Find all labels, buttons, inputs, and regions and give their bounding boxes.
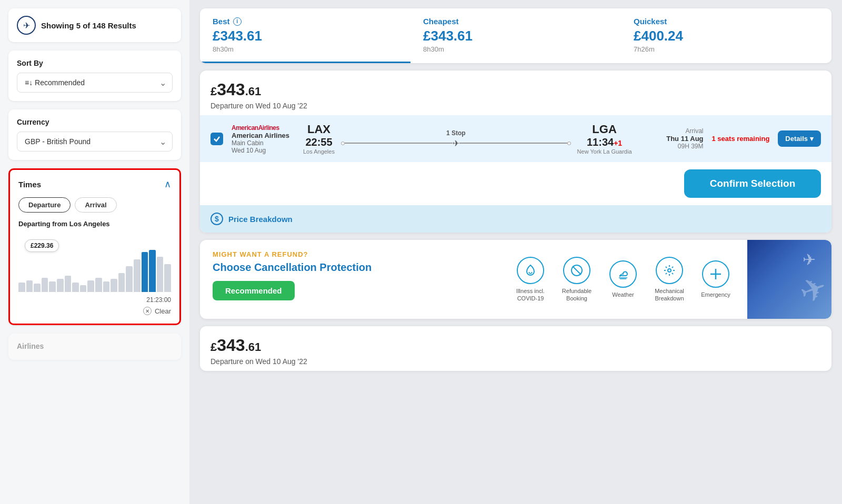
mechanical-icon bbox=[656, 257, 683, 284]
bar-item-0 bbox=[18, 283, 25, 292]
bar-item-10 bbox=[95, 278, 102, 292]
stop-label: 1 Stop bbox=[446, 129, 466, 137]
currency-select[interactable]: GBP - British Pound USD - US Dollar EUR … bbox=[17, 132, 173, 152]
svg-point-2 bbox=[668, 269, 671, 272]
origin: LAX 22:55 Los Angeles bbox=[303, 123, 335, 155]
route-line-graphic: ✈ bbox=[341, 138, 571, 148]
plane-silhouette-icon: ✈ bbox=[795, 268, 831, 312]
price-2-decimal: .61 bbox=[245, 340, 262, 354]
airline-logo-text: AmericanAirlines bbox=[232, 124, 295, 132]
route-line-segment bbox=[345, 143, 453, 144]
tab-cheapest[interactable]: Cheapest £343.61 8h30m bbox=[410, 8, 621, 63]
time-range-display: 21:23:00 bbox=[18, 296, 171, 304]
tab-best-duration: 8h30m bbox=[213, 45, 398, 53]
tab-departure[interactable]: Departure bbox=[18, 197, 71, 213]
arrival-section: Arrival Thu 11 Aug 09H 39M bbox=[640, 127, 704, 150]
bar-item-8 bbox=[80, 285, 87, 292]
cancel-icon-refundable[interactable]: Refundable Booking bbox=[556, 257, 598, 303]
illness-icon bbox=[517, 257, 544, 284]
airline-cabin: Main Cabin bbox=[232, 139, 295, 147]
tab-best[interactable]: Best i £343.61 8h30m bbox=[200, 8, 410, 63]
price-currency: £ bbox=[210, 85, 217, 98]
times-collapse-icon[interactable]: ∧ bbox=[164, 178, 171, 190]
flight-2-date: Departure on Wed 10 Aug '22 bbox=[210, 357, 821, 366]
svg-line-1 bbox=[573, 266, 581, 275]
price-decimal: .61 bbox=[245, 85, 262, 98]
price-breakdown-row[interactable]: $ Price Breakdown bbox=[200, 205, 831, 233]
refundable-label: Refundable Booking bbox=[556, 287, 598, 303]
clear-button[interactable]: ✕ Clear bbox=[18, 307, 171, 315]
details-button[interactable]: Details ▾ bbox=[778, 130, 821, 147]
price-breakdown-label: Price Breakdown bbox=[228, 215, 293, 224]
dest-code: LGA bbox=[577, 123, 632, 136]
route-line: 1 Stop ✈ bbox=[341, 129, 571, 148]
illness-label: Illness incl. COVID-19 bbox=[509, 287, 552, 303]
emergency-label: Emergency bbox=[701, 291, 730, 298]
tab-arrival[interactable]: Arrival bbox=[75, 197, 116, 213]
tab-cheapest-duration: 8h30m bbox=[423, 45, 608, 53]
seats-remaining: 1 seats remaining bbox=[712, 135, 770, 143]
origin-dot bbox=[341, 142, 345, 145]
bar-item-7 bbox=[72, 283, 79, 292]
cancel-icon-illness[interactable]: Illness incl. COVID-19 bbox=[509, 257, 552, 303]
bar-item-13 bbox=[118, 273, 125, 292]
sort-by-select[interactable]: ≡↓ Recommended Price (Low to High) Durat… bbox=[17, 73, 173, 93]
tab-quickest-price: £400.24 bbox=[634, 28, 819, 44]
cancel-icon-mechanical[interactable]: Mechanical Breakdown bbox=[648, 257, 690, 303]
main-content: Best i £343.61 8h30m Cheapest £343.61 8h… bbox=[189, 0, 842, 504]
tab-best-price: £343.61 bbox=[213, 28, 398, 44]
origin-city: Los Angeles bbox=[303, 148, 335, 155]
bar-item-14 bbox=[126, 266, 133, 292]
details-chevron-icon: ▾ bbox=[810, 135, 814, 143]
dest-plus: +1 bbox=[614, 139, 622, 147]
times-header: Times ∧ bbox=[18, 178, 171, 190]
sort-by-label: Sort By bbox=[17, 59, 173, 67]
confirm-selection-button[interactable]: Confirm Selection bbox=[684, 169, 821, 198]
departing-from-label: Departing from Los Angeles bbox=[18, 220, 171, 228]
dest-dot bbox=[567, 142, 571, 145]
bar-item-3 bbox=[42, 278, 48, 292]
airline-name: American Airlines bbox=[232, 132, 295, 139]
bar-item-1 bbox=[26, 280, 33, 292]
price-2-main: 343 bbox=[217, 336, 245, 355]
bar-item-16 bbox=[142, 252, 148, 292]
arrival-label: Arrival bbox=[640, 127, 704, 135]
flight-card-1: £343.61 Departure on Wed 10 Aug '22 Amer… bbox=[200, 70, 831, 233]
times-section: Times ∧ Departure Arrival Departing from… bbox=[8, 168, 181, 325]
flight-card-header: £343.61 Departure on Wed 10 Aug '22 bbox=[200, 70, 831, 115]
currency-label: Currency bbox=[17, 118, 173, 126]
dest-time: 11:34+1 bbox=[577, 136, 632, 148]
flight-route-row: AmericanAirlines American Airlines Main … bbox=[200, 115, 831, 162]
origin-code: LAX bbox=[303, 123, 335, 136]
cancellation-icons: Illness incl. COVID-19 Refundable Bookin… bbox=[499, 240, 747, 319]
dest-city: New York La Guardia bbox=[577, 148, 632, 155]
cancel-icon-weather[interactable]: Weather bbox=[602, 260, 644, 298]
flight-card-2-header: £343.61 Departure on Wed 10 Aug '22 bbox=[200, 326, 831, 371]
cancellation-image: ✈ ✈ bbox=[747, 240, 831, 319]
cancel-icon-emergency[interactable]: Emergency bbox=[695, 260, 737, 298]
arrival-date: Thu 11 Aug bbox=[640, 135, 704, 143]
flight-select-checkbox[interactable] bbox=[210, 133, 223, 145]
price-bubble: £229.36 bbox=[25, 239, 59, 252]
origin-time: 22:55 bbox=[303, 136, 335, 148]
bar-item-19 bbox=[164, 264, 171, 292]
bar-item-12 bbox=[111, 279, 117, 292]
tab-quickest-duration: 7h26m bbox=[634, 45, 819, 53]
best-info-icon[interactable]: i bbox=[233, 17, 242, 26]
flight-search-icon: ✈ bbox=[17, 16, 36, 35]
time-bar-chart[interactable]: £229.36 bbox=[18, 234, 171, 292]
recommended-button[interactable]: Recommended bbox=[213, 281, 295, 300]
price-main: 343 bbox=[217, 80, 245, 99]
choose-cancel-text: Choose Cancellation Protection bbox=[213, 261, 486, 274]
bar-item-6 bbox=[65, 276, 72, 292]
route-line-segment-2 bbox=[459, 143, 567, 144]
refundable-icon bbox=[563, 257, 590, 284]
times-title: Times bbox=[18, 180, 41, 189]
flight-departure-date: Departure on Wed 10 Aug '22 bbox=[210, 102, 821, 110]
clear-circle-icon: ✕ bbox=[143, 307, 152, 315]
bar-item-17 bbox=[149, 250, 156, 292]
clear-label: Clear bbox=[155, 307, 171, 315]
tab-quickest[interactable]: Quickest £400.24 7h26m bbox=[621, 8, 831, 63]
bar-item-2 bbox=[34, 284, 41, 292]
tab-quickest-label: Quickest bbox=[634, 17, 819, 26]
